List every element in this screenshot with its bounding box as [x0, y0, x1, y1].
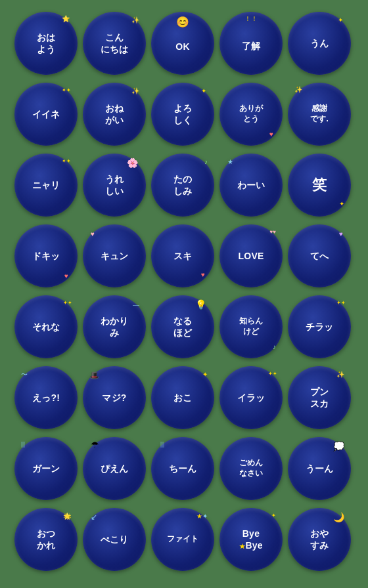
deco-sparkle: ✦	[338, 17, 343, 24]
bubble-text: なるほど	[173, 315, 193, 339]
deco-star: ✦	[339, 201, 344, 207]
deco-arrow: ↙	[91, 513, 97, 521]
bubble-text: チラッ	[306, 321, 334, 333]
bubble-37[interactable]: ↙ ぺこり	[83, 508, 146, 571]
bubble-17[interactable]: ♥ キュン	[83, 224, 146, 287]
bubble-34[interactable]: ごめんなさい	[219, 437, 283, 500]
bubble-30[interactable]: ✨ プンスカ	[288, 366, 351, 429]
deco-note: ♪	[204, 159, 208, 165]
deco-sparkle: ✨	[131, 17, 139, 24]
bubble-text: 笑	[312, 176, 327, 195]
bubble-31[interactable]: ||| ガーン	[14, 437, 78, 500]
bubble-text: うん	[310, 37, 329, 49]
deco-stars: ✦✦	[62, 159, 71, 164]
bubble-text: 了解	[242, 40, 261, 52]
deco-bulb: 💡	[195, 301, 206, 310]
bubble-6[interactable]: ✦✦ イイネ	[14, 83, 78, 146]
bubble-text: Bye★Bye	[239, 528, 263, 551]
deco-star: 🌟	[63, 513, 71, 520]
bubble-15[interactable]: ✦ 笑	[288, 154, 351, 217]
bubble-26[interactable]: 〜 えっ?!	[14, 366, 78, 429]
bubble-3[interactable]: 😊 OK	[151, 12, 214, 75]
deco-stars: ✦✦	[268, 371, 277, 377]
bubble-text: キュン	[101, 250, 129, 262]
deco-note: ♪	[273, 344, 276, 350]
bubble-text: LOVE	[238, 250, 264, 262]
deco-flower: 🌸	[127, 159, 138, 168]
bubble-text: イラッ	[237, 392, 265, 404]
bubble-text: たのしみ	[173, 173, 193, 197]
deco-wave: 〜	[21, 371, 28, 378]
bubble-text: ドキッ	[32, 250, 60, 262]
bubble-19[interactable]: ♥♥ LOVE	[219, 224, 283, 287]
deco-sparkle: ✨	[294, 87, 302, 93]
bubble-text: よろしく	[173, 102, 193, 126]
bubble-text: ありがとう	[239, 104, 264, 124]
deco-star: ✦	[271, 513, 276, 518]
deco-star: ⭐	[62, 16, 70, 22]
bubble-text: うれしい	[105, 173, 124, 197]
bubble-5[interactable]: ✦ うん	[288, 12, 351, 75]
bubble-text: こんにちは	[101, 32, 129, 55]
deco-stars: ✦✦	[62, 88, 71, 93]
bubble-35[interactable]: 💭 うーん	[288, 437, 351, 500]
bubble-text: わーい	[237, 179, 265, 191]
bubble-36[interactable]: 🌟 おつかれ	[14, 508, 78, 571]
bubble-32[interactable]: ☂ ぴえん	[83, 437, 146, 500]
bubble-2[interactable]: ✨ こんにちは	[83, 12, 146, 75]
bubble-38[interactable]: ★✦ ファイト	[151, 508, 214, 571]
bubble-text: プンスカ	[310, 386, 329, 410]
bubble-8[interactable]: ✦ よろしく	[151, 83, 214, 146]
bubble-20[interactable]: ♥ てへ	[288, 224, 351, 287]
bubble-text: スキ	[173, 250, 193, 262]
bubble-text: てへ	[310, 250, 329, 262]
bubble-40[interactable]: 🌙 おやすみ	[288, 508, 351, 571]
bubble-text: ぺこり	[101, 534, 129, 545]
bubble-text: 知らんけど	[239, 316, 264, 337]
deco-hat: 🎩	[89, 371, 99, 379]
bubble-18[interactable]: ♥ スキ	[151, 224, 214, 287]
bubble-text: おつかれ	[37, 528, 56, 551]
deco-lines: |||	[21, 441, 25, 448]
bubble-10[interactable]: ✨ 感謝です.	[288, 83, 351, 146]
bubble-7[interactable]: ✨ おねがい	[83, 83, 146, 146]
bubble-4[interactable]: ！！ 了解	[219, 12, 283, 75]
deco-sparkle: ✨	[336, 371, 344, 378]
bubble-22[interactable]: — わかりみ	[83, 295, 146, 358]
bubble-12[interactable]: 🌸 うれしい	[83, 154, 146, 217]
deco-thought: 💭	[333, 442, 344, 452]
bubble-text: わかりみ	[101, 315, 129, 339]
bubble-text: うーん	[306, 463, 334, 474]
bubble-text: マジ?	[102, 392, 126, 404]
bubble-13[interactable]: ♪ たのしみ	[151, 154, 214, 217]
bubble-text: ぴえん	[101, 463, 129, 474]
bubble-text: ごめんなさい	[239, 458, 264, 478]
deco-heart: ♥	[201, 272, 205, 278]
deco-lines: ✦✦	[63, 301, 72, 306]
deco-lines: |||	[160, 441, 164, 448]
emoji-grid: ⭐ おはよう ✨ こんにちは 😊 OK ！！ 了解 ✦ うん ✦✦ イイネ ✨ …	[9, 7, 359, 581]
deco-star: ★	[227, 159, 233, 165]
bubble-text: イイネ	[32, 108, 60, 120]
bubble-text: えっ?!	[32, 392, 60, 404]
deco-face: 😊	[176, 17, 189, 28]
bubble-24[interactable]: ♪ 知らんけど	[219, 295, 283, 358]
bubble-39[interactable]: ✦ Bye★Bye	[219, 508, 283, 571]
bubble-21[interactable]: ✦✦ それな	[14, 295, 78, 358]
bubble-text: おやすみ	[310, 528, 329, 551]
bubble-9[interactable]: ♥ ありがとう	[219, 83, 283, 146]
bubble-25[interactable]: ✦✦ チラッ	[288, 295, 351, 358]
bubble-1[interactable]: ⭐ おはよう	[14, 12, 78, 75]
bubble-16[interactable]: ♥ ドキッ	[14, 224, 78, 287]
bubble-27[interactable]: 🎩 マジ?	[83, 366, 146, 429]
bubble-14[interactable]: ★ わーい	[219, 154, 283, 217]
bubble-text: おこ	[173, 392, 193, 404]
bubble-23[interactable]: 💡 なるほど	[151, 295, 214, 358]
deco-star: ✦	[201, 88, 206, 94]
bubble-33[interactable]: ||| ちーん	[151, 437, 214, 500]
bubble-28[interactable]: ✦ おこ	[151, 366, 214, 429]
bubble-29[interactable]: ✦✦ イラッ	[219, 366, 283, 429]
bubble-text: ニャリ	[32, 179, 60, 191]
deco-hearts: ♥♥	[270, 230, 277, 235]
bubble-11[interactable]: ✦✦ ニャリ	[14, 154, 78, 217]
